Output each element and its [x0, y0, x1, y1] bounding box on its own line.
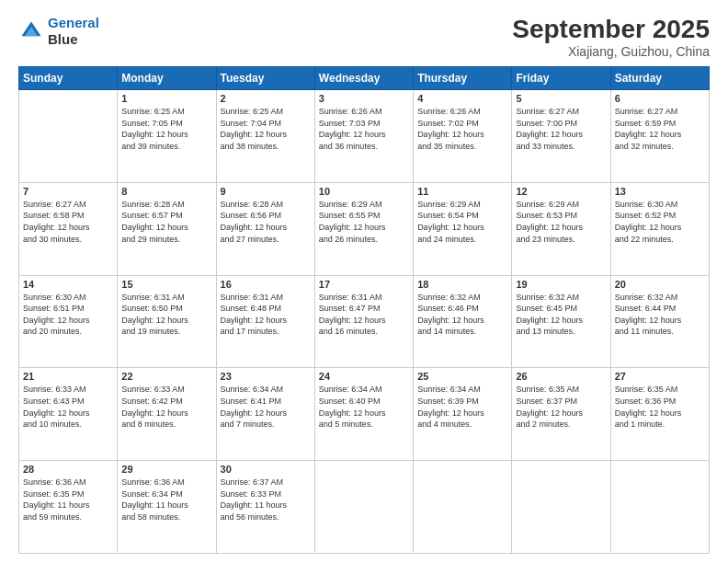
day-info: Sunrise: 6:36 AM Sunset: 6:35 PM Dayligh…	[23, 477, 113, 523]
day-number: 12	[516, 186, 606, 197]
day-number: 18	[417, 279, 507, 290]
calendar-cell: 1Sunrise: 6:25 AM Sunset: 7:05 PM Daylig…	[118, 90, 216, 183]
calendar-header-tuesday: Tuesday	[216, 67, 314, 90]
calendar-cell	[19, 90, 118, 183]
calendar-cell: 2Sunrise: 6:25 AM Sunset: 7:04 PM Daylig…	[216, 90, 314, 183]
calendar-cell: 13Sunrise: 6:30 AM Sunset: 6:52 PM Dayli…	[610, 182, 709, 275]
day-info: Sunrise: 6:31 AM Sunset: 6:48 PM Dayligh…	[221, 292, 311, 338]
calendar-cell: 16Sunrise: 6:31 AM Sunset: 6:48 PM Dayli…	[216, 275, 314, 368]
page: General Blue September 2025 Xiajiang, Gu…	[0, 0, 728, 563]
day-info: Sunrise: 6:27 AM Sunset: 6:58 PM Dayligh…	[23, 199, 113, 245]
day-number: 23	[221, 371, 311, 382]
day-number: 2	[221, 93, 311, 104]
calendar-cell: 19Sunrise: 6:32 AM Sunset: 6:45 PM Dayli…	[512, 275, 610, 368]
calendar-cell	[414, 461, 512, 554]
location: Xiajiang, Guizhou, China	[512, 44, 710, 59]
logo-line2: Blue	[48, 31, 99, 48]
week-row-5: 28Sunrise: 6:36 AM Sunset: 6:35 PM Dayli…	[19, 461, 710, 554]
day-number: 16	[221, 279, 311, 290]
day-info: Sunrise: 6:25 AM Sunset: 7:04 PM Dayligh…	[221, 106, 311, 152]
week-row-4: 21Sunrise: 6:33 AM Sunset: 6:43 PM Dayli…	[19, 368, 710, 461]
week-row-2: 7Sunrise: 6:27 AM Sunset: 6:58 PM Daylig…	[19, 182, 710, 275]
day-info: Sunrise: 6:34 AM Sunset: 6:40 PM Dayligh…	[319, 384, 409, 430]
day-number: 29	[121, 464, 211, 475]
calendar-cell: 26Sunrise: 6:35 AM Sunset: 6:37 PM Dayli…	[512, 368, 610, 461]
calendar-cell	[610, 461, 709, 554]
calendar-cell: 9Sunrise: 6:28 AM Sunset: 6:56 PM Daylig…	[216, 182, 314, 275]
calendar-cell: 18Sunrise: 6:32 AM Sunset: 6:46 PM Dayli…	[414, 275, 512, 368]
calendar-cell: 27Sunrise: 6:35 AM Sunset: 6:36 PM Dayli…	[610, 368, 709, 461]
day-info: Sunrise: 6:30 AM Sunset: 6:52 PM Dayligh…	[615, 199, 705, 245]
calendar: SundayMondayTuesdayWednesdayThursdayFrid…	[18, 66, 710, 554]
calendar-cell: 10Sunrise: 6:29 AM Sunset: 6:55 PM Dayli…	[314, 182, 413, 275]
calendar-cell: 23Sunrise: 6:34 AM Sunset: 6:41 PM Dayli…	[216, 368, 314, 461]
day-number: 10	[319, 186, 409, 197]
day-info: Sunrise: 6:29 AM Sunset: 6:54 PM Dayligh…	[417, 199, 507, 245]
day-info: Sunrise: 6:33 AM Sunset: 6:42 PM Dayligh…	[121, 384, 211, 430]
day-info: Sunrise: 6:27 AM Sunset: 6:59 PM Dayligh…	[615, 106, 705, 152]
calendar-cell: 7Sunrise: 6:27 AM Sunset: 6:58 PM Daylig…	[19, 182, 118, 275]
logo-line1: General	[48, 15, 99, 30]
day-number: 17	[319, 279, 409, 290]
calendar-cell: 30Sunrise: 6:37 AM Sunset: 6:33 PM Dayli…	[216, 461, 314, 554]
calendar-cell: 12Sunrise: 6:29 AM Sunset: 6:53 PM Dayli…	[512, 182, 610, 275]
calendar-cell: 15Sunrise: 6:31 AM Sunset: 6:50 PM Dayli…	[118, 275, 216, 368]
month-title: September 2025	[512, 15, 710, 44]
day-info: Sunrise: 6:36 AM Sunset: 6:34 PM Dayligh…	[121, 477, 211, 523]
day-info: Sunrise: 6:34 AM Sunset: 6:39 PM Dayligh…	[417, 384, 507, 430]
day-info: Sunrise: 6:26 AM Sunset: 7:03 PM Dayligh…	[319, 106, 409, 152]
calendar-header-monday: Monday	[118, 67, 216, 90]
day-info: Sunrise: 6:37 AM Sunset: 6:33 PM Dayligh…	[221, 477, 311, 523]
week-row-1: 1Sunrise: 6:25 AM Sunset: 7:05 PM Daylig…	[19, 90, 710, 183]
day-number: 27	[615, 371, 705, 382]
day-info: Sunrise: 6:33 AM Sunset: 6:43 PM Dayligh…	[23, 384, 113, 430]
day-info: Sunrise: 6:28 AM Sunset: 6:57 PM Dayligh…	[121, 199, 211, 245]
calendar-header-saturday: Saturday	[610, 67, 709, 90]
day-info: Sunrise: 6:25 AM Sunset: 7:05 PM Dayligh…	[121, 106, 211, 152]
logo: General Blue	[18, 15, 99, 48]
day-info: Sunrise: 6:29 AM Sunset: 6:55 PM Dayligh…	[319, 199, 409, 245]
calendar-cell: 5Sunrise: 6:27 AM Sunset: 7:00 PM Daylig…	[512, 90, 610, 183]
day-info: Sunrise: 6:31 AM Sunset: 6:47 PM Dayligh…	[319, 292, 409, 338]
calendar-header-thursday: Thursday	[414, 67, 512, 90]
calendar-cell	[314, 461, 413, 554]
day-number: 5	[516, 93, 606, 104]
day-number: 15	[121, 279, 211, 290]
calendar-cell: 22Sunrise: 6:33 AM Sunset: 6:42 PM Dayli…	[118, 368, 216, 461]
calendar-cell: 21Sunrise: 6:33 AM Sunset: 6:43 PM Dayli…	[19, 368, 118, 461]
day-number: 20	[615, 279, 705, 290]
day-info: Sunrise: 6:35 AM Sunset: 6:36 PM Dayligh…	[615, 384, 705, 430]
calendar-cell: 25Sunrise: 6:34 AM Sunset: 6:39 PM Dayli…	[414, 368, 512, 461]
title-block: September 2025 Xiajiang, Guizhou, China	[512, 15, 710, 59]
calendar-cell	[512, 461, 610, 554]
week-row-3: 14Sunrise: 6:30 AM Sunset: 6:51 PM Dayli…	[19, 275, 710, 368]
day-number: 24	[319, 371, 409, 382]
calendar-cell: 24Sunrise: 6:34 AM Sunset: 6:40 PM Dayli…	[314, 368, 413, 461]
calendar-header-sunday: Sunday	[19, 67, 118, 90]
day-info: Sunrise: 6:27 AM Sunset: 7:00 PM Dayligh…	[516, 106, 606, 152]
day-info: Sunrise: 6:34 AM Sunset: 6:41 PM Dayligh…	[221, 384, 311, 430]
day-info: Sunrise: 6:26 AM Sunset: 7:02 PM Dayligh…	[417, 106, 507, 152]
day-info: Sunrise: 6:32 AM Sunset: 6:44 PM Dayligh…	[615, 292, 705, 338]
day-number: 3	[319, 93, 409, 104]
day-info: Sunrise: 6:31 AM Sunset: 6:50 PM Dayligh…	[121, 292, 211, 338]
calendar-cell: 17Sunrise: 6:31 AM Sunset: 6:47 PM Dayli…	[314, 275, 413, 368]
header: General Blue September 2025 Xiajiang, Gu…	[18, 15, 710, 59]
calendar-header-wednesday: Wednesday	[314, 67, 413, 90]
day-number: 14	[23, 279, 113, 290]
day-number: 25	[417, 371, 507, 382]
calendar-cell: 20Sunrise: 6:32 AM Sunset: 6:44 PM Dayli…	[610, 275, 709, 368]
day-number: 22	[121, 371, 211, 382]
calendar-cell: 4Sunrise: 6:26 AM Sunset: 7:02 PM Daylig…	[414, 90, 512, 183]
calendar-cell: 11Sunrise: 6:29 AM Sunset: 6:54 PM Dayli…	[414, 182, 512, 275]
calendar-cell: 29Sunrise: 6:36 AM Sunset: 6:34 PM Dayli…	[118, 461, 216, 554]
day-info: Sunrise: 6:32 AM Sunset: 6:45 PM Dayligh…	[516, 292, 606, 338]
calendar-cell: 8Sunrise: 6:28 AM Sunset: 6:57 PM Daylig…	[118, 182, 216, 275]
day-info: Sunrise: 6:30 AM Sunset: 6:51 PM Dayligh…	[23, 292, 113, 338]
day-number: 1	[121, 93, 211, 104]
day-number: 30	[221, 464, 311, 475]
day-number: 19	[516, 279, 606, 290]
day-number: 7	[23, 186, 113, 197]
calendar-header-row: SundayMondayTuesdayWednesdayThursdayFrid…	[19, 67, 710, 90]
day-number: 8	[121, 186, 211, 197]
